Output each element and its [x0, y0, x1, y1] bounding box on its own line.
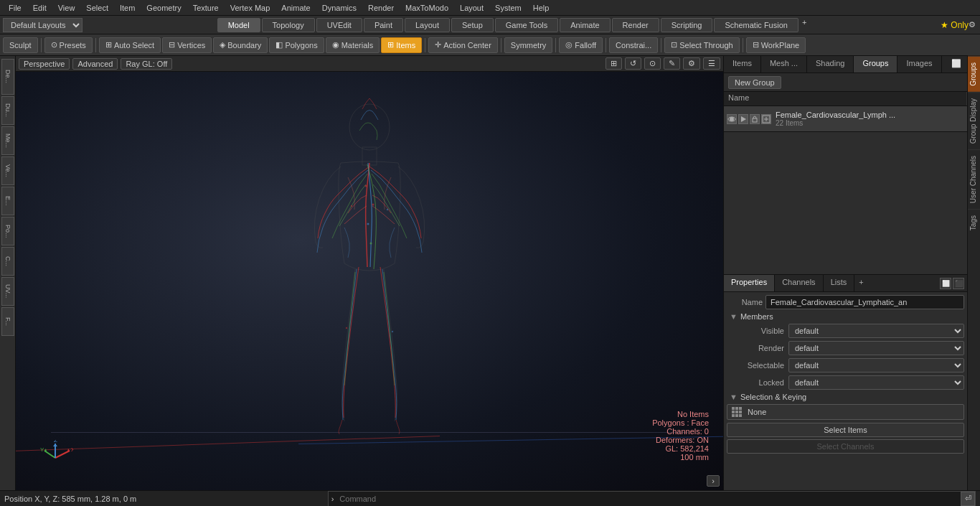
- viewport-icon1[interactable]: ⊞: [606, 57, 622, 70]
- layout-tab-schematic[interactable]: Schematic Fusion: [714, 18, 798, 32]
- selectable-select[interactable]: default: [788, 358, 964, 373]
- props-tab-lists[interactable]: Lists: [824, 275, 855, 291]
- props-tab-add-button[interactable]: +: [854, 275, 867, 291]
- viewport-raygl-btn[interactable]: Ray GL: Off: [121, 58, 172, 70]
- rp-tab-expand-btn[interactable]: ⬜: [946, 56, 967, 72]
- layout-add-tab-button[interactable]: +: [802, 18, 806, 32]
- layout-tab-model[interactable]: Model: [217, 18, 260, 32]
- props-expand-btn[interactable]: ⬜: [940, 278, 951, 289]
- left-tool-1[interactable]: De...: [1, 59, 14, 95]
- menu-layout[interactable]: Layout: [454, 2, 489, 14]
- menu-edit[interactable]: Edit: [27, 2, 52, 14]
- viewport-expand-btn[interactable]: ›: [707, 475, 720, 487]
- command-input[interactable]: [336, 495, 961, 503]
- viewport-icon2[interactable]: ↺: [625, 57, 641, 70]
- none-button[interactable]: None: [727, 404, 964, 420]
- workplane-button[interactable]: ⊟ WorkPlane: [746, 37, 806, 53]
- menu-help[interactable]: Help: [527, 2, 555, 14]
- group-render-toggle[interactable]: [738, 114, 748, 124]
- menu-animate[interactable]: Animate: [275, 2, 316, 14]
- render-select[interactable]: default: [788, 341, 964, 355]
- polygons-icon: ◧: [275, 40, 283, 50]
- viewport-mode-btn[interactable]: Perspective: [19, 58, 70, 70]
- menu-texture[interactable]: Texture: [187, 2, 225, 14]
- vertices-button[interactable]: ⊟ Vertices: [162, 37, 212, 53]
- left-tool-8[interactable]: UV...: [1, 277, 14, 306]
- materials-button[interactable]: ◉ Materials: [326, 37, 380, 53]
- rp-tab-items[interactable]: Items: [724, 56, 761, 72]
- group-expand-toggle[interactable]: [761, 114, 771, 124]
- menu-geometry[interactable]: Geometry: [141, 2, 187, 14]
- layout-tab-layout[interactable]: Layout: [405, 18, 450, 32]
- props-tab-properties[interactable]: Properties: [724, 275, 775, 291]
- select-channels-button[interactable]: Select Channels: [727, 439, 964, 454]
- layout-tab-render[interactable]: Render: [612, 18, 659, 32]
- group-item[interactable]: Female_Cardiovascular_Lymph ... 22 Items: [724, 106, 967, 132]
- rp-tab-shading[interactable]: Shading: [807, 56, 854, 72]
- props-expand-btn2[interactable]: ⬛: [953, 278, 964, 289]
- left-tool-9[interactable]: F...: [1, 307, 14, 336]
- constraints-button[interactable]: Constrai...: [609, 37, 658, 53]
- menu-item[interactable]: Item: [114, 2, 141, 14]
- rp-tab-images[interactable]: Images: [897, 56, 941, 72]
- menu-maxtomodo[interactable]: MaxToModo: [400, 2, 454, 14]
- left-tool-7[interactable]: C...: [1, 247, 14, 276]
- menu-vertex-map[interactable]: Vertex Map: [225, 2, 276, 14]
- layout-tab-animate[interactable]: Animate: [560, 18, 610, 32]
- left-tool-4[interactable]: Ve...: [1, 156, 14, 185]
- viewport-canvas: No Items Polygons : Face Channels: 0 Def…: [16, 72, 723, 490]
- viewport-shading-btn[interactable]: Advanced: [72, 58, 118, 70]
- rv-tab-tags[interactable]: Tags: [968, 209, 980, 236]
- locked-row: Locked default: [727, 375, 964, 390]
- new-group-button[interactable]: New Group: [728, 76, 781, 89]
- auto-select-button[interactable]: ⊞ Auto Select: [99, 37, 161, 53]
- left-tool-5[interactable]: E...: [1, 187, 14, 215]
- sculpt-button[interactable]: Sculpt: [3, 37, 38, 53]
- menu-system[interactable]: System: [489, 2, 527, 14]
- menu-select[interactable]: Select: [80, 2, 114, 14]
- props-tab-channels[interactable]: Channels: [775, 275, 823, 291]
- layout-tab-uvedit[interactable]: UVEdit: [316, 18, 362, 32]
- viewport-icon3[interactable]: ⊙: [644, 57, 661, 70]
- viewport[interactable]: Perspective Advanced Ray GL: Off ⊞ ↺ ⊙ ✎…: [16, 56, 723, 490]
- menu-render[interactable]: Render: [362, 2, 400, 14]
- viewport-icon5[interactable]: ⚙: [683, 57, 700, 70]
- viewport-icon6[interactable]: ☰: [703, 57, 720, 70]
- select-through-icon: ⊡: [671, 40, 677, 50]
- menu-view[interactable]: View: [52, 2, 81, 14]
- boundary-button[interactable]: ◈ Boundary: [213, 37, 268, 53]
- rv-tab-user-channels[interactable]: User Channels: [968, 149, 980, 209]
- symmetry-button[interactable]: Symmetry: [504, 37, 553, 53]
- polygons-button[interactable]: ◧ Polygons: [269, 37, 324, 53]
- menu-dynamics[interactable]: Dynamics: [316, 2, 362, 14]
- left-tool-6[interactable]: Po...: [1, 217, 14, 245]
- rp-tab-groups[interactable]: Groups: [854, 56, 897, 72]
- visible-select[interactable]: default: [788, 324, 964, 338]
- rv-tab-group-display[interactable]: Group Display: [968, 92, 980, 149]
- left-tool-3[interactable]: Me...: [1, 126, 14, 155]
- command-execute-button[interactable]: ⏎: [961, 492, 975, 506]
- command-arrow-icon[interactable]: ›: [329, 495, 337, 503]
- layout-dropdown[interactable]: Default Layouts: [3, 18, 83, 32]
- layout-gear-icon[interactable]: ⚙: [969, 20, 976, 29]
- locked-select[interactable]: default: [788, 375, 964, 390]
- group-visibility-toggle[interactable]: [727, 114, 737, 124]
- group-lock-toggle[interactable]: [750, 114, 760, 124]
- layout-tab-scripting[interactable]: Scripting: [661, 18, 713, 32]
- menu-file[interactable]: File: [3, 2, 27, 14]
- left-tool-2[interactable]: Du...: [1, 96, 14, 125]
- select-items-button[interactable]: Select Items: [727, 423, 964, 437]
- presets-button[interactable]: ⊙ Presets: [44, 37, 93, 53]
- layout-tab-setup[interactable]: Setup: [451, 18, 494, 32]
- layout-tab-paint[interactable]: Paint: [364, 18, 403, 32]
- layout-tab-topology[interactable]: Topology: [262, 18, 315, 32]
- items-button[interactable]: ⊞ Items: [381, 37, 422, 53]
- rv-tab-groups[interactable]: Groups: [968, 56, 980, 92]
- action-center-button[interactable]: ✛ Action Center: [428, 37, 498, 53]
- falloff-button[interactable]: ◎ Falloff: [559, 37, 603, 53]
- name-input[interactable]: [765, 295, 964, 309]
- viewport-icon4[interactable]: ✎: [664, 57, 680, 70]
- select-through-button[interactable]: ⊡ Select Through: [664, 37, 739, 53]
- layout-tab-gametools[interactable]: Game Tools: [495, 18, 559, 32]
- rp-tab-mesh[interactable]: Mesh ...: [761, 56, 807, 72]
